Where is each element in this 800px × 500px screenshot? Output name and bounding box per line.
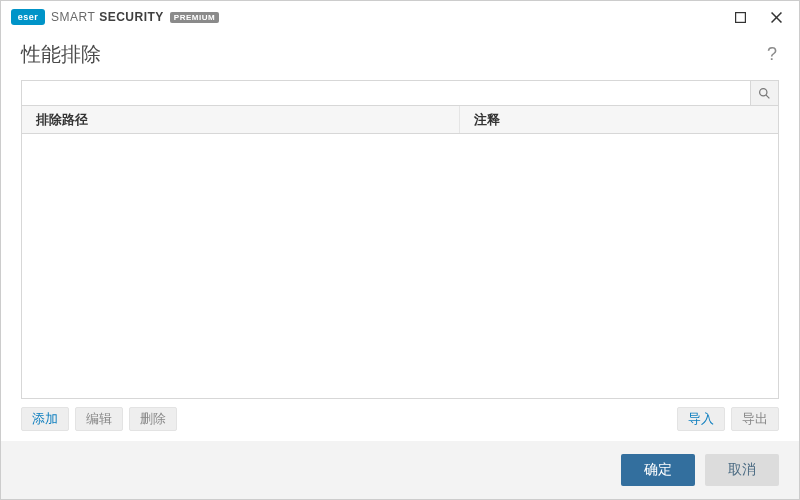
dialog-footer: 确定 取消 (1, 441, 799, 499)
search-icon (758, 87, 771, 100)
dialog-window: eser SMART SECURITY PREMIUM 性能排除 ? (0, 0, 800, 500)
content-area: 排除路径 注释 添加 编辑 删除 导入 导出 (1, 80, 799, 441)
window-controls (723, 4, 793, 30)
svg-line-4 (766, 95, 769, 98)
close-icon (771, 12, 782, 23)
search-input[interactable] (22, 81, 750, 105)
svg-point-3 (760, 88, 767, 95)
search-button[interactable] (750, 81, 778, 105)
table-body (22, 134, 778, 398)
delete-button[interactable]: 删除 (129, 407, 177, 431)
titlebar: eser SMART SECURITY PREMIUM (1, 1, 799, 33)
close-button[interactable] (759, 4, 793, 30)
edit-button[interactable]: 编辑 (75, 407, 123, 431)
brand-name: SMART SECURITY (51, 10, 164, 24)
table-actions: 添加 编辑 删除 导入 导出 (21, 399, 779, 441)
cancel-button[interactable]: 取消 (705, 454, 779, 486)
export-button[interactable]: 导出 (731, 407, 779, 431)
ok-button[interactable]: 确定 (621, 454, 695, 486)
brand-logo: eser (11, 9, 45, 25)
brand: eser SMART SECURITY PREMIUM (11, 9, 219, 25)
maximize-button[interactable] (723, 4, 757, 30)
help-button[interactable]: ? (765, 42, 779, 67)
table-header: 排除路径 注释 (22, 106, 778, 134)
column-header-path[interactable]: 排除路径 (22, 106, 460, 133)
search-row (21, 80, 779, 106)
column-header-comment[interactable]: 注释 (460, 106, 778, 133)
exclusions-table: 排除路径 注释 (21, 106, 779, 399)
page-title: 性能排除 (21, 41, 101, 68)
maximize-icon (735, 12, 746, 23)
brand-premium-badge: PREMIUM (170, 12, 219, 23)
svg-rect-0 (735, 12, 745, 22)
dialog-header: 性能排除 ? (1, 33, 799, 80)
add-button[interactable]: 添加 (21, 407, 69, 431)
import-button[interactable]: 导入 (677, 407, 725, 431)
